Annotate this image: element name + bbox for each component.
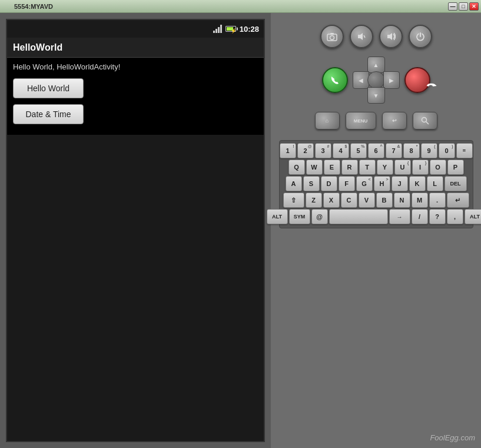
- window-title: 5554:MYAVD: [14, 3, 53, 10]
- keyboard-row-4: ⇧ Z X C V B N M . ↵: [282, 193, 470, 208]
- key-q[interactable]: Q: [288, 160, 305, 175]
- key-v[interactable]: V: [359, 193, 375, 208]
- dpad-left-button[interactable]: ◀: [353, 71, 369, 89]
- key-alt-left[interactable]: ALT: [267, 209, 288, 224]
- svg-line-7: [426, 122, 429, 125]
- controls-panel: ▲ ◀ ▶ ▼ ⌂ MENU ↩: [271, 13, 481, 448]
- back-button[interactable]: ↩: [382, 112, 407, 130]
- volume-down-button[interactable]: [350, 25, 373, 48]
- app-bar: HelloWorld: [7, 38, 264, 58]
- key-h[interactable]: H>: [374, 176, 390, 191]
- signal-icon: [213, 25, 222, 33]
- key-p[interactable]: P: [447, 160, 464, 175]
- key-delete[interactable]: DEL: [444, 176, 467, 191]
- status-bar: ⚡ 10:28: [7, 20, 264, 38]
- key-sym[interactable]: SYM: [289, 209, 310, 224]
- svg-rect-2: [330, 33, 334, 35]
- svg-marker-3: [358, 33, 363, 40]
- key-shift[interactable]: ⇧: [283, 193, 304, 208]
- key-3[interactable]: 3#: [315, 143, 331, 158]
- battery-icon: ⚡: [225, 26, 236, 32]
- main-content: ⚡ 10:28 HelloWorld Hello World, HelloWor…: [0, 13, 481, 448]
- nav-buttons: [320, 25, 432, 48]
- dpad-up-button[interactable]: ▲: [367, 57, 385, 73]
- key-2[interactable]: 2@: [297, 143, 314, 158]
- maximize-button[interactable]: □: [459, 2, 468, 11]
- key-k[interactable]: K: [409, 176, 426, 191]
- home-button[interactable]: ⌂: [315, 112, 340, 130]
- key-x[interactable]: X: [323, 193, 340, 208]
- key-o[interactable]: O: [430, 160, 446, 175]
- keyboard-row-2: Q W E R T Y U{ I} O P: [282, 160, 470, 175]
- key-9[interactable]: 9(: [421, 143, 437, 158]
- camera-button[interactable]: [320, 25, 344, 48]
- close-button[interactable]: ✕: [469, 2, 479, 11]
- app-subtitle: Hello World, HelloWorldActivity!: [13, 62, 258, 71]
- key-slash[interactable]: /: [412, 209, 428, 224]
- key-i[interactable]: I}: [412, 160, 429, 175]
- key-space[interactable]: [329, 209, 388, 224]
- key-right-arrow[interactable]: →: [389, 209, 410, 224]
- key-z[interactable]: Z: [306, 193, 322, 208]
- phone-screen: ⚡ 10:28 HelloWorld Hello World, HelloWor…: [6, 19, 265, 442]
- key-c[interactable]: C: [341, 193, 357, 208]
- search-button[interactable]: [413, 112, 437, 130]
- dpad: ▲ ◀ ▶ ▼: [353, 57, 400, 104]
- key-e[interactable]: E: [324, 160, 340, 175]
- svg-point-6: [422, 118, 426, 122]
- key-6[interactable]: 6^: [368, 143, 384, 158]
- key-s[interactable]: S: [303, 176, 320, 191]
- end-call-button[interactable]: [404, 67, 430, 93]
- dpad-right-button[interactable]: ▶: [383, 71, 400, 89]
- date-time-button[interactable]: Date & Time: [13, 104, 84, 124]
- key-comma[interactable]: ,: [447, 209, 463, 224]
- key-8[interactable]: 8*: [403, 143, 420, 158]
- dpad-center-button[interactable]: [367, 71, 385, 89]
- key-question[interactable]: ?: [429, 209, 446, 224]
- key-5[interactable]: 5%: [350, 143, 367, 158]
- volume-up-button[interactable]: [379, 25, 403, 48]
- key-7[interactable]: 7&: [386, 143, 402, 158]
- status-time: 10:28: [240, 25, 259, 34]
- key-0[interactable]: 0): [439, 143, 455, 158]
- minimize-button[interactable]: —: [448, 2, 457, 11]
- dpad-area: ▲ ◀ ▶ ▼: [322, 57, 430, 104]
- svg-point-1: [330, 36, 334, 40]
- key-equals[interactable]: =: [456, 143, 473, 158]
- key-y[interactable]: Y: [377, 160, 393, 175]
- key-1[interactable]: 1!: [280, 143, 296, 158]
- window-controls: — □ ✕: [448, 2, 479, 11]
- key-u[interactable]: U{: [394, 160, 411, 175]
- func-buttons: ⌂ MENU ↩: [315, 112, 437, 130]
- phone-panel: ⚡ 10:28 HelloWorld Hello World, HelloWor…: [0, 13, 271, 448]
- app-content: Hello World, HelloWorldActivity! Hello W…: [7, 58, 264, 135]
- key-r[interactable]: R: [341, 160, 358, 175]
- key-j[interactable]: J: [392, 176, 408, 191]
- key-f[interactable]: F: [339, 176, 355, 191]
- key-g[interactable]: G<: [356, 176, 373, 191]
- power-button[interactable]: [409, 25, 432, 48]
- key-t[interactable]: T: [359, 160, 376, 175]
- svg-marker-5: [387, 33, 392, 40]
- key-d[interactable]: D: [321, 176, 337, 191]
- key-period[interactable]: .: [429, 193, 446, 208]
- keyboard-row-1: 1! 2@ 3# 4$ 5% 6^ 7& 8* 9( 0) =: [282, 143, 470, 158]
- key-a[interactable]: A: [286, 176, 302, 191]
- key-n[interactable]: N: [394, 193, 410, 208]
- key-at[interactable]: @: [311, 209, 328, 224]
- dpad-down-button[interactable]: ▼: [367, 87, 385, 104]
- menu-button[interactable]: MENU: [346, 112, 376, 130]
- keyboard-row-3: A S D F G< H> J K L DEL: [282, 176, 470, 191]
- hello-world-button[interactable]: Hello World: [13, 78, 84, 98]
- call-button[interactable]: [322, 67, 348, 93]
- keyboard: 1! 2@ 3# 4$ 5% 6^ 7& 8* 9( 0) = Q W E R …: [279, 140, 473, 228]
- title-bar: 5554:MYAVD — □ ✕: [0, 0, 481, 13]
- key-l[interactable]: L: [427, 176, 443, 191]
- key-b[interactable]: B: [376, 193, 393, 208]
- svg-line-4: [364, 35, 365, 38]
- key-w[interactable]: W: [306, 160, 323, 175]
- key-enter[interactable]: ↵: [447, 193, 469, 208]
- key-m[interactable]: M: [412, 193, 428, 208]
- key-4[interactable]: 4$: [333, 143, 349, 158]
- key-alt-right[interactable]: ALT: [465, 209, 482, 224]
